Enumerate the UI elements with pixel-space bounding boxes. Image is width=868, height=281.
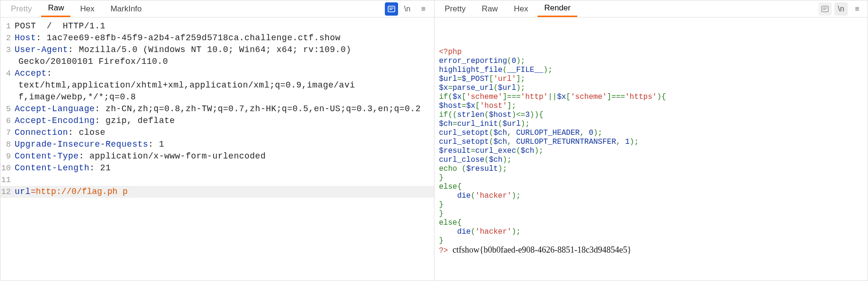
tab-raw-r[interactable]: Raw [475, 1, 504, 17]
editor-line: 7Connection: close [0, 127, 434, 139]
editor-line: 6Accept-Encoding: gzip, deflate [0, 115, 434, 127]
editor-line: 3User-Agent: Mozilla/5.0 (Windows NT 10.… [0, 44, 434, 56]
editor-line: 12url=http://0/flag.ph p [0, 186, 434, 198]
request-tabbar: Pretty Raw Hex MarkInfo \n ≡ [0, 0, 434, 18]
response-pane: Pretty Raw Hex Render \n ≡ <?php error_r… [434, 0, 868, 281]
response-tabbar: Pretty Raw Hex Render \n ≡ [434, 0, 868, 18]
newline-icon[interactable]: \n [401, 2, 414, 16]
editor-line: 9Content-Type: application/x-www-form-ur… [0, 150, 434, 162]
editor-line: 8Upgrade-Insecure-Requests: 1 [0, 139, 434, 150]
svg-rect-1 [822, 6, 828, 12]
editor-line: 5Accept-Language: zh-CN,zh;q=0.8,zh-TW;q… [0, 103, 434, 115]
editor-line-cont: text/html,application/xhtml+xml,applicat… [0, 79, 434, 91]
editor-line: 2Host: 1ac7ee69-e8fb-45f9-a2b4-af259d571… [0, 32, 434, 44]
newline-icon-r[interactable]: \n [834, 2, 848, 16]
editor-line: 4Accept: [0, 68, 434, 79]
editor-line-cont: f,image/webp,*/*;q=0.8 [0, 91, 434, 103]
tab-markinfo[interactable]: MarkInfo [104, 1, 148, 17]
editor-line: 1POST / HTTP/1.1 [0, 20, 434, 32]
request-pane: Pretty Raw Hex MarkInfo \n ≡ 1POST / HTT… [0, 0, 434, 281]
tab-raw[interactable]: Raw [41, 0, 70, 17]
editor-line-cont: Gecko/20100101 Firefox/110.0 [0, 56, 434, 68]
tab-hex-r[interactable]: Hex [507, 1, 535, 17]
response-render[interactable]: <?php error_reporting(0); highlight_file… [434, 18, 868, 281]
tab-hex[interactable]: Hex [73, 1, 101, 17]
menu-icon[interactable]: ≡ [417, 2, 430, 16]
editor-line: 10Content-Length: 21 [0, 162, 434, 174]
tab-pretty-r[interactable]: Pretty [438, 1, 472, 17]
svg-rect-0 [388, 6, 395, 12]
tab-pretty[interactable]: Pretty [4, 1, 38, 17]
editor-line: 11 [0, 174, 434, 186]
menu-icon-r[interactable]: ≡ [851, 2, 864, 16]
request-editor[interactable]: 1POST / HTTP/1.12Host: 1ac7ee69-e8fb-45f… [0, 18, 434, 281]
format-icon-r[interactable] [818, 2, 832, 16]
format-icon[interactable] [385, 2, 398, 16]
tab-render[interactable]: Render [538, 0, 577, 17]
